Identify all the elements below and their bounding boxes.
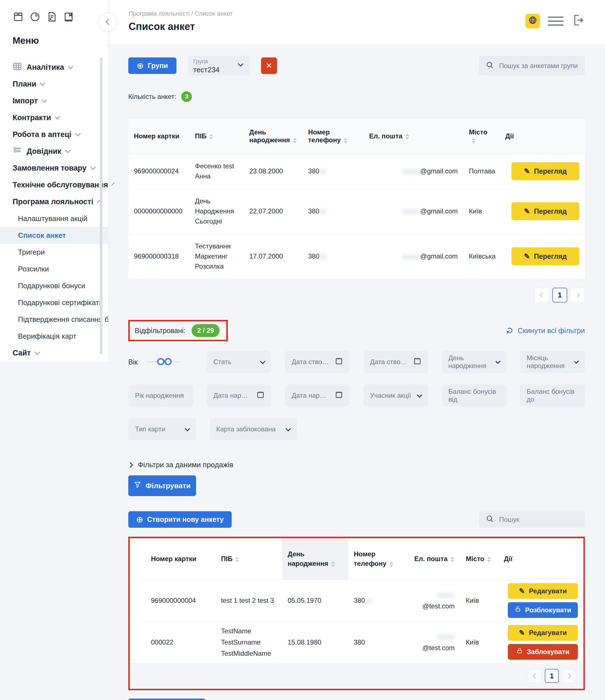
questionnaire-count: Кількість анкет: 3 — [128, 91, 585, 102]
questionnaire-search-input[interactable] — [499, 516, 578, 524]
sidebar-subitem-bonus-writeoff-confirm[interactable]: Підтвердження списання бону… — [0, 311, 108, 328]
sidebar-subitem-card-verification[interactable]: Верифікація карт — [0, 328, 108, 345]
col-city[interactable]: Місто — [460, 538, 498, 580]
menu-title: Меню — [12, 35, 108, 46]
view-button[interactable]: ✎Перегляд — [511, 247, 579, 265]
filter-button[interactable]: Фільтрувати — [128, 475, 196, 496]
sidebar-item-maintenance[interactable]: Технічне обслуговування — [0, 176, 108, 193]
sort-icon[interactable] — [450, 556, 454, 562]
col-pib[interactable]: ПІБ — [190, 119, 244, 154]
sort-icon[interactable] — [293, 138, 297, 144]
age-range-slider[interactable] — [147, 361, 180, 363]
next-page-button[interactable] — [570, 288, 585, 302]
prev-page-button[interactable] — [528, 669, 542, 683]
card-type-select[interactable]: Тип карти — [128, 418, 196, 440]
view-button[interactable]: ✎Перегляд — [511, 162, 579, 180]
next-page-button[interactable] — [561, 669, 576, 683]
pie-chart-icon[interactable] — [29, 11, 41, 22]
sort-icon[interactable] — [472, 138, 476, 144]
sidebar-item-pharmacy-work[interactable]: Робота в аптеці — [0, 126, 108, 143]
sort-icon[interactable] — [344, 138, 348, 144]
block-button[interactable]: Заблокувати — [508, 644, 578, 660]
sidebar-scrollbar[interactable] — [100, 57, 102, 354]
table-header-row: Номер картки ПІБ День народження Номер т… — [130, 538, 583, 580]
col-city[interactable]: Місто — [463, 119, 500, 154]
sidebar: Меню Аналітика Плани Імпорт Контракти Ро… — [0, 0, 109, 362]
birth-to-date[interactable]: Дата нар… — [285, 384, 350, 407]
table1-pagination: 1 — [128, 288, 585, 302]
bonus-from-input[interactable]: Баланс бонусів від — [442, 384, 507, 407]
sidebar-subitem-triggers[interactable]: Тригери — [0, 244, 108, 260]
clear-group-button[interactable]: ✕ — [261, 57, 277, 74]
birth-year-input[interactable]: Рік народження — [128, 384, 193, 407]
unblock-button[interactable]: Розблокувати — [508, 602, 578, 618]
chevron-down-icon — [42, 97, 47, 103]
sort-icon[interactable] — [389, 561, 393, 567]
col-phone[interactable]: Номер телефону — [303, 119, 363, 154]
birth-day-select[interactable]: День народження — [442, 351, 507, 373]
redacted-text — [319, 255, 327, 259]
group-search-input[interactable] — [499, 61, 578, 70]
sort-icon[interactable] — [405, 134, 409, 140]
sidebar-item-import[interactable]: Імпорт — [0, 93, 108, 109]
page-1-button[interactable]: 1 — [545, 669, 559, 683]
sidebar-collapse-button[interactable] — [99, 12, 117, 31]
col-email[interactable]: Ел. пошта — [363, 119, 463, 154]
table-row: 969000000004 test 1 test 2 test 3 05.05.… — [130, 580, 583, 622]
group-select[interactable]: Група тест234 — [188, 56, 250, 76]
table-row: 000022 TestName TestSurname TestMiddleNa… — [130, 622, 583, 663]
sidebar-item-site[interactable]: Сайт — [0, 345, 108, 361]
col-birth[interactable]: День народження — [244, 119, 303, 154]
col-pib[interactable]: ПІБ — [216, 538, 282, 580]
slider-handle-max[interactable] — [165, 358, 172, 365]
bonus-to-input[interactable]: Баланс бонусів до — [520, 384, 585, 407]
sidebar-subitem-questionnaire-list[interactable]: Список анкет — [0, 227, 108, 244]
sidebar-item-contracts[interactable]: Контракти — [0, 109, 108, 126]
card-blocked-select[interactable]: Карта заблокована — [209, 418, 297, 440]
table-row: 0000000000000 День Народження Сьогодні 2… — [128, 189, 585, 234]
document-icon[interactable] — [46, 11, 57, 22]
language-button[interactable] — [526, 14, 540, 28]
sidebar-item-goods-order[interactable]: Замовлення товару — [0, 160, 108, 176]
sales-filters-toggle[interactable]: Фільтри за даними продажів — [128, 460, 585, 469]
birth-month-select[interactable]: Місяць народження — [520, 351, 585, 373]
sort-icon[interactable] — [331, 561, 335, 567]
col-birth[interactable]: День народження — [282, 538, 348, 580]
sidebar-subitem-gift-bonuses[interactable]: Подарункові бонуси — [0, 277, 108, 294]
created-to-date[interactable]: Дата ство… — [363, 351, 428, 373]
edit-button[interactable]: ✎Редагувати — [508, 583, 578, 599]
page-1-button[interactable]: 1 — [552, 288, 567, 302]
birth-from-date[interactable]: Дата нар… — [207, 384, 272, 407]
created-from-date[interactable]: Дата ство… — [285, 351, 350, 373]
globe-icon — [528, 16, 537, 27]
redacted-text — [402, 255, 420, 259]
logout-button[interactable] — [572, 13, 585, 29]
sidebar-subitem-gift-certificates[interactable]: Подарункові сертифікати — [0, 294, 108, 311]
chevron-down-icon — [40, 80, 46, 86]
view-button[interactable]: ✎Перегляд — [511, 202, 579, 220]
sort-icon[interactable] — [235, 556, 239, 562]
archive-icon[interactable] — [12, 11, 24, 22]
sidebar-subitem-mailings[interactable]: Розсилки — [0, 260, 108, 277]
sidebar-item-plans[interactable]: Плани — [0, 76, 108, 93]
sidebar-item-analytics[interactable]: Аналітика — [0, 59, 108, 76]
groups-button[interactable]: ⊕ Групи — [128, 57, 176, 74]
gender-select[interactable]: Стать — [207, 351, 272, 373]
sidebar-item-loyalty[interactable]: Програма лояльності — [0, 193, 108, 210]
prev-page-button[interactable] — [535, 288, 550, 302]
book-icon[interactable] — [63, 11, 74, 22]
chevron-down-icon — [68, 64, 73, 69]
update-group-button[interactable]: ↻ Оновити групу — [128, 699, 206, 700]
col-email[interactable]: Ел. пошта — [409, 538, 460, 580]
slider-handle-min[interactable] — [157, 358, 165, 365]
create-questionnaire-button[interactable]: ⊕ Створити нову анкету — [128, 511, 232, 528]
edit-button[interactable]: ✎Редагувати — [508, 625, 578, 641]
menu-toggle-button[interactable] — [548, 16, 563, 27]
sidebar-subitem-promo-settings[interactable]: Налаштування акцій — [0, 210, 108, 227]
reset-filters-link[interactable]: ↻ Скинути всі фільтри — [506, 326, 585, 335]
sidebar-item-directory[interactable]: Довідник — [0, 143, 108, 160]
col-phone[interactable]: Номер телефону — [348, 538, 409, 580]
sort-icon[interactable] — [209, 134, 213, 140]
sort-icon[interactable] — [487, 556, 491, 562]
promo-member-select[interactable]: Учасник акції — [363, 384, 428, 407]
